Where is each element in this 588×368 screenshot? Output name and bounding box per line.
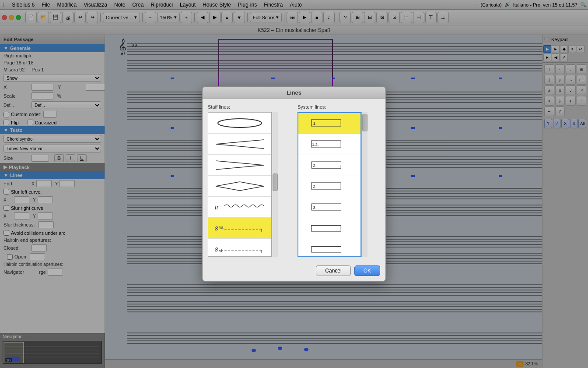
svg-text:tr: tr xyxy=(215,204,219,211)
cancel-button[interactable]: Cancel xyxy=(316,265,350,276)
svg-line-104 xyxy=(216,186,240,191)
svg-text:8: 8 xyxy=(215,225,218,232)
svg-text:vb: vb xyxy=(219,249,224,253)
dialog-overlay: Lines Staff lines: xyxy=(0,0,588,368)
svg-text:3.: 3. xyxy=(313,205,317,210)
staff-line-item-2[interactable] xyxy=(208,134,271,155)
staff-lines-column: Staff lines: xyxy=(208,104,290,257)
staff-line-item-5[interactable]: tr xyxy=(208,197,271,218)
volta12-svg: 1.2. xyxy=(301,138,358,151)
system-list-scrollbar[interactable] xyxy=(361,112,368,257)
svg-text:1.2.: 1.2. xyxy=(312,142,318,147)
svg-point-98 xyxy=(218,119,262,127)
dialog-footer: Cancel OK xyxy=(203,262,385,281)
system-lines-list[interactable]: 1. 1.2. xyxy=(298,112,361,257)
staff-list-scrollbar[interactable] xyxy=(272,112,278,257)
staff-lines-label: Staff lines: xyxy=(208,104,290,110)
svg-text:8: 8 xyxy=(215,246,218,253)
system-line-item-5[interactable]: 3. xyxy=(298,197,360,218)
dialog-title: Lines xyxy=(287,89,301,96)
plain-open-svg xyxy=(301,243,358,256)
staff-line-item-3[interactable] xyxy=(208,155,271,176)
system-lines-column: System lines: 1. xyxy=(298,104,380,257)
svg-line-105 xyxy=(240,182,264,186)
svg-line-106 xyxy=(240,186,264,191)
svg-text:va: va xyxy=(219,225,224,230)
staff-line-item-1[interactable] xyxy=(208,113,271,134)
svg-line-100 xyxy=(216,144,264,149)
system-scrollbar-thumb[interactable] xyxy=(362,114,368,131)
system-line-item-4[interactable]: 2. xyxy=(298,176,360,197)
slur-oval-svg xyxy=(211,117,268,130)
svg-line-99 xyxy=(216,140,264,144)
svg-rect-140 xyxy=(312,225,341,231)
system-line-item-3[interactable]: 2. xyxy=(298,155,360,176)
dialog-gap xyxy=(290,104,298,257)
system-lines-label: System lines: xyxy=(298,104,380,110)
system-line-item-6[interactable] xyxy=(298,218,360,239)
system-lines-container: 1. 1.2. xyxy=(298,112,368,257)
system-line-item-7[interactable] xyxy=(298,239,360,257)
plain-box-svg xyxy=(301,222,358,235)
svg-text:1.: 1. xyxy=(313,121,317,126)
ok-button[interactable]: OK xyxy=(354,265,380,276)
staff-line-item-6[interactable]: 8 va xyxy=(208,218,271,239)
staff-line-item-7[interactable]: 8 vb xyxy=(208,239,271,257)
staff-line-item-4[interactable] xyxy=(208,176,271,197)
8va-svg: 8 va xyxy=(211,222,268,235)
lines-dialog: Lines Staff lines: xyxy=(202,86,386,282)
volta3-svg: 3. xyxy=(301,201,358,214)
both-hairpin-svg xyxy=(211,180,268,193)
trill-svg: tr xyxy=(211,201,268,214)
volta2-closed-svg: 2. xyxy=(301,180,358,193)
svg-line-103 xyxy=(216,182,240,186)
svg-text:2.: 2. xyxy=(313,184,317,189)
volta2-open-svg: 2. xyxy=(301,159,358,172)
system-line-item-2[interactable]: 1.2. xyxy=(298,134,360,155)
system-line-item-1[interactable]: 1. xyxy=(298,113,360,134)
dialog-body: Staff lines: xyxy=(203,99,385,262)
staff-scrollbar-thumb[interactable] xyxy=(273,173,278,191)
svg-line-102 xyxy=(216,165,264,170)
crescendo-svg xyxy=(211,138,268,151)
volta1-svg: 1. xyxy=(301,117,358,130)
staff-lines-container: tr 8 va xyxy=(208,112,278,257)
8vb-svg: 8 vb xyxy=(211,243,268,256)
staff-lines-list[interactable]: tr 8 va xyxy=(208,112,272,257)
dialog-titlebar: Lines xyxy=(203,87,385,99)
svg-line-101 xyxy=(216,161,264,165)
svg-text:2.: 2. xyxy=(313,163,317,168)
diminuendo-svg xyxy=(211,159,268,172)
